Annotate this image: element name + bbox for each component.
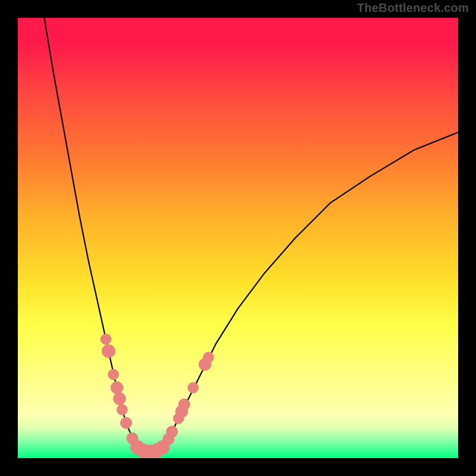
highlight-dot [108,369,119,380]
chart-frame: TheBottleneck.com [0,0,476,476]
highlight-dot [111,381,123,394]
watermark-text: TheBottleneck.com [357,1,469,15]
chart-svg [18,18,458,458]
highlight-dot [102,345,115,358]
highlight-dot [188,383,199,393]
curve-right-branch [162,132,458,449]
curve-left-branch [44,18,138,449]
highlight-dot [114,393,126,405]
highlighted-points-group [101,334,214,458]
highlight-dot [120,417,131,428]
highlight-dot [101,334,111,345]
highlight-dot [178,399,190,410]
highlight-dot [166,426,177,437]
highlight-dot [117,405,128,415]
highlight-dot [203,352,214,363]
curve-group [44,18,458,453]
